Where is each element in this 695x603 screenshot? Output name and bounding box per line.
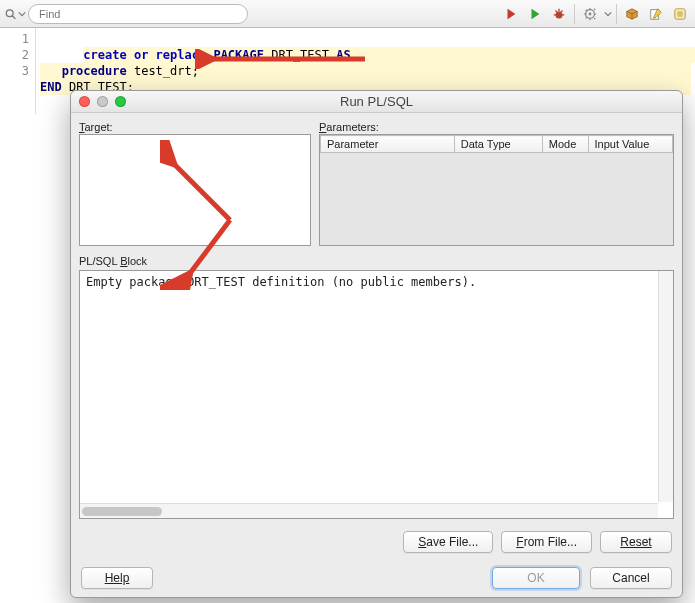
svg-line-1	[12, 15, 15, 18]
find-input[interactable]	[28, 4, 248, 24]
code-token: create or replace	[83, 48, 206, 62]
separator	[574, 4, 575, 24]
svg-marker-3	[532, 8, 540, 19]
code-token: END	[40, 80, 62, 94]
search-icon[interactable]	[4, 4, 26, 24]
plsql-block-editor[interactable]: Empty package DRT_TEST definition (no pu…	[79, 270, 674, 519]
code-token: PACKAGE	[206, 48, 271, 62]
compile-button[interactable]	[500, 4, 522, 24]
line-number: 2	[0, 47, 29, 63]
line-number: 3	[0, 63, 29, 79]
col-parameter[interactable]: Parameter	[321, 136, 455, 153]
cancel-button[interactable]: Cancel	[590, 567, 672, 589]
package-icon[interactable]	[621, 4, 643, 24]
dialog-titlebar: Run PL/SQL	[71, 91, 682, 113]
save-file-button[interactable]: Save File...	[403, 531, 493, 553]
svg-point-11	[589, 12, 592, 15]
col-input-value[interactable]: Input Value	[588, 136, 673, 153]
line-gutter: 1 2 3	[0, 28, 36, 114]
svg-line-8	[556, 10, 558, 12]
edit-icon[interactable]	[645, 4, 667, 24]
col-data-type[interactable]: Data Type	[454, 136, 542, 153]
dialog-title: Run PL/SQL	[71, 94, 682, 109]
code-token: test_drt;	[127, 64, 199, 78]
code-token: DRT_TEST	[271, 48, 336, 62]
col-mode[interactable]: Mode	[542, 136, 588, 153]
parameters-table[interactable]: Parameter Data Type Mode Input Value	[319, 134, 674, 246]
line-number: 1	[0, 31, 29, 47]
run-plsql-dialog: Run PL/SQL Target: Parameters: Parameter…	[70, 90, 683, 598]
debug-button[interactable]	[548, 4, 570, 24]
target-list[interactable]	[79, 134, 311, 246]
scrollbar-horizontal[interactable]	[80, 503, 658, 518]
editor-toolbar	[0, 0, 695, 28]
code-token: AS	[336, 48, 350, 62]
scrollbar-thumb[interactable]	[82, 507, 162, 516]
chevron-down-icon	[18, 8, 26, 20]
svg-line-9	[561, 10, 563, 12]
chevron-down-icon	[604, 8, 612, 20]
help-button[interactable]: Help	[81, 567, 153, 589]
svg-point-0	[6, 9, 13, 16]
ok-button[interactable]: OK	[492, 567, 580, 589]
svg-marker-2	[508, 8, 516, 19]
plsql-block-label: PL/SQL Block	[79, 255, 674, 267]
svg-rect-14	[677, 11, 682, 16]
scrollbar-vertical[interactable]	[658, 271, 673, 502]
reset-button[interactable]: Reset	[600, 531, 672, 553]
plsql-block-text: Empty package DRT_TEST definition (no pu…	[80, 271, 673, 293]
from-file-button[interactable]: From File...	[501, 531, 592, 553]
code-token: procedure	[40, 64, 127, 78]
target-label: Target:	[79, 121, 311, 133]
profile-button[interactable]	[579, 4, 601, 24]
run-button[interactable]	[524, 4, 546, 24]
parameters-label: Parameters:	[319, 121, 674, 133]
separator	[616, 4, 617, 24]
tools-icon[interactable]	[669, 4, 691, 24]
